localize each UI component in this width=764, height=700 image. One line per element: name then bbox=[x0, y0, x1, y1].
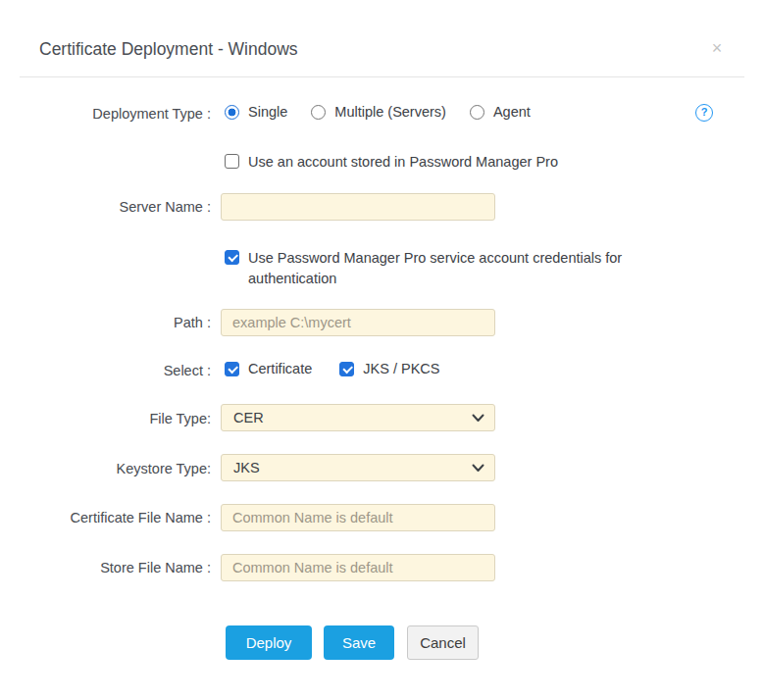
store-file-name-input[interactable] bbox=[221, 554, 495, 581]
select-label: Select : bbox=[0, 363, 211, 378]
radio-unselected-icon[interactable] bbox=[470, 105, 484, 120]
file-type-select[interactable]: CER bbox=[221, 404, 495, 431]
certificate-file-name-input[interactable] bbox=[221, 504, 495, 531]
save-button[interactable]: Save bbox=[324, 625, 394, 660]
keystore-type-value: JKS bbox=[233, 460, 260, 475]
keystore-type-select[interactable]: JKS bbox=[221, 454, 495, 481]
header-divider bbox=[20, 76, 744, 77]
certificate-file-name-label: Certificate File Name : bbox=[0, 510, 211, 525]
radio-option-agent[interactable]: Agent bbox=[470, 104, 531, 120]
chevron-down-icon bbox=[472, 464, 484, 473]
certificate-checkbox[interactable]: Certificate bbox=[225, 361, 312, 376]
deployment-type-label: Deployment Type : bbox=[0, 106, 211, 122]
help-icon[interactable]: ? bbox=[695, 104, 713, 122]
stored-account-checkbox-label[interactable]: Use an account stored in Password Manage… bbox=[248, 152, 558, 173]
jks-pkcs-checkbox-label[interactable]: JKS / PKCS bbox=[363, 361, 439, 376]
dialog-title: Certificate Deployment - Windows bbox=[39, 39, 298, 60]
checkbox-checked-icon[interactable] bbox=[225, 250, 239, 265]
server-name-input[interactable] bbox=[221, 193, 495, 221]
path-label: Path : bbox=[0, 315, 211, 330]
radio-option-label[interactable]: Single bbox=[248, 104, 287, 120]
radio-option-label[interactable]: Agent bbox=[493, 104, 531, 120]
radio-unselected-icon[interactable] bbox=[311, 105, 326, 120]
radio-option-label[interactable]: Multiple (Servers) bbox=[334, 104, 446, 120]
certificate-checkbox-label[interactable]: Certificate bbox=[248, 361, 312, 376]
close-icon[interactable]: × bbox=[706, 37, 728, 59]
service-account-checkbox-row[interactable]: Use Password Manager Pro service account… bbox=[225, 248, 658, 289]
file-type-value: CER bbox=[233, 410, 264, 425]
jks-pkcs-checkbox[interactable]: JKS / PKCS bbox=[339, 361, 439, 376]
checkbox-checked-icon[interactable] bbox=[225, 362, 239, 376]
path-input[interactable] bbox=[221, 309, 495, 336]
select-checkbox-group: Certificate JKS / PKCS bbox=[225, 361, 439, 376]
deployment-type-radio-group: Single Multiple (Servers) Agent bbox=[225, 104, 531, 120]
file-type-label: File Type: bbox=[0, 411, 211, 426]
certificate-deployment-dialog: Certificate Deployment - Windows × Deplo… bbox=[0, 0, 764, 700]
keystore-type-label: Keystore Type: bbox=[0, 461, 211, 476]
checkbox-checked-icon[interactable] bbox=[339, 362, 354, 376]
radio-option-single[interactable]: Single bbox=[225, 104, 287, 120]
chevron-down-icon bbox=[472, 414, 484, 423]
store-file-name-label: Store File Name : bbox=[0, 560, 211, 575]
server-name-label: Server Name : bbox=[0, 199, 211, 215]
service-account-checkbox-label[interactable]: Use Password Manager Pro service account… bbox=[248, 248, 658, 289]
stored-account-checkbox-row[interactable]: Use an account stored in Password Manage… bbox=[225, 152, 558, 173]
deploy-button[interactable]: Deploy bbox=[226, 625, 312, 660]
cancel-button[interactable]: Cancel bbox=[407, 625, 479, 660]
radio-selected-icon[interactable] bbox=[225, 105, 239, 120]
radio-option-multiple-servers[interactable]: Multiple (Servers) bbox=[311, 104, 446, 120]
checkbox-unchecked-icon[interactable] bbox=[225, 154, 239, 169]
